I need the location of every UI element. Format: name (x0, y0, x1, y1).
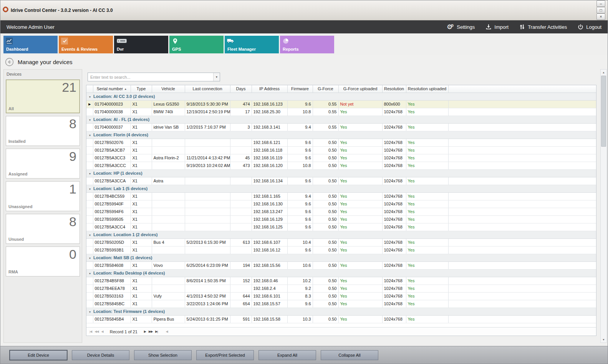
cell-resolution: 1024x768 (382, 238, 406, 246)
tab-events-reviews[interactable]: Events & Reviews (59, 36, 113, 53)
device-filter-all[interactable]: 21All (6, 79, 80, 113)
device-row[interactable]: 00127B50205DX1Bus 45/2/2013 6:15:30 PM61… (86, 238, 596, 246)
edit-device-button[interactable]: Edit Device (10, 350, 67, 360)
cell-resolution: 1024x768 (382, 139, 406, 146)
device-filter-assigned[interactable]: 9Assigned (6, 149, 80, 179)
group-row[interactable]: ▾Location: AI CC 3.0 (2 devices) (86, 93, 596, 100)
group-row[interactable]: ▾Location: Location 1 (2 devices) (86, 231, 596, 238)
topbar-action-settings[interactable]: ⚙⚙Settings (447, 24, 475, 30)
collapse-group-icon[interactable]: ▾ (89, 134, 91, 137)
collapse-group-icon[interactable]: ▾ (89, 256, 91, 260)
device-row[interactable]: 017040000038X1BMW 740i12/19/2014 2:50:19… (86, 108, 596, 116)
column-header-g-force[interactable]: G-Force (313, 85, 338, 93)
group-row[interactable]: ▾Location: Matt SB (1 devices) (86, 254, 596, 261)
filler-cell (448, 123, 596, 131)
tab-gps[interactable]: GPS (169, 36, 224, 53)
column-header-firmware[interactable]: Firmware (287, 85, 313, 93)
collapse-group-icon[interactable]: ▾ (89, 310, 91, 314)
device-row[interactable]: 00127B502076X1192.168.6.1219.60.50Yes102… (86, 139, 596, 146)
device-row[interactable]: 00127B503163X1Vufy4/1/2013 4:50:32 PM644… (86, 292, 596, 300)
topbar-action-transfer-activities[interactable]: Transfer Activities (519, 24, 567, 30)
device-row[interactable]: 00127B4B5F88X18/6/2014 1:50:35 PM152192.… (86, 277, 596, 285)
group-row[interactable]: ▾Location: Lab 1 (5 devices) (86, 185, 596, 192)
group-row[interactable]: ▾Location: Test Firmware (1 devices) (86, 308, 596, 315)
device-row[interactable]: 00127B5A3CCCX19/19/2013 10:24:02 AM47319… (86, 162, 596, 169)
scrollbar-thumb[interactable] (601, 76, 606, 147)
device-filter-installed[interactable]: 8Installed (6, 116, 80, 146)
device-row[interactable]: 00127B5993B1X1192.168.16.129.60.50Yes102… (86, 246, 596, 254)
prev-page-button[interactable]: ◀◀ (94, 330, 98, 333)
cell-g-force-uploaded: Yes (338, 208, 382, 215)
prev-view-button[interactable]: ◀ (166, 330, 168, 333)
search-combobox[interactable]: ▼ (88, 73, 220, 81)
scroll-up-arrow-icon[interactable]: ▲ (602, 69, 605, 75)
collapse-group-icon[interactable]: ▾ (89, 118, 91, 122)
collapse-group-icon[interactable]: ▾ (89, 272, 91, 275)
device-row[interactable]: 00127B5845B4X1Pipera Bus5/24/2013 6:31:2… (86, 315, 596, 323)
collapse-group-icon[interactable]: ▾ (89, 187, 91, 191)
collapse-group-icon[interactable]: ▾ (89, 95, 91, 99)
device-row[interactable]: 00127B5994F6X1192.168.13.2479.60.50Yes10… (86, 208, 596, 215)
cell-vehicle: Astra (152, 177, 185, 185)
cell-vehicle (152, 192, 185, 200)
group-row[interactable]: ▾Location: Radu Desktop (4 devices) (86, 269, 596, 277)
device-row[interactable]: 00127B599505X1192.168.16.1299.60.50Yes10… (86, 215, 596, 223)
collapse-all-button[interactable]: Collapse All (321, 350, 378, 360)
filler-cell (448, 208, 596, 215)
column-header-resolution-uploaded[interactable]: Resolution uploaded (406, 85, 448, 93)
show-selection-button[interactable]: Show Selection (134, 350, 192, 360)
collapse-group-icon[interactable]: ▾ (89, 233, 91, 237)
window-close-button[interactable]: × (596, 13, 605, 20)
device-row[interactable]: 00127B4BC559X1192.168.1.1659.40.50Yes102… (86, 192, 596, 200)
search-input[interactable] (88, 73, 213, 81)
tab-reports[interactable]: Reports (280, 36, 334, 53)
export-print-selected-button[interactable]: Export/Print Selected (196, 350, 254, 360)
column-header-days[interactable]: Days (230, 85, 252, 93)
scroll-down-arrow-icon[interactable]: ▼ (602, 337, 605, 342)
window-minimize-button[interactable]: – (596, 0, 605, 7)
device-row[interactable]: 017040000037X1idrive Van SB1/2/2015 7:16… (86, 123, 596, 131)
device-row[interactable]: 00127B4EEA78X1192.168.2.49.20.50Yes1024x… (86, 285, 596, 292)
device-row[interactable]: ▶017040000023X1Lexus GS3509/18/2013 5:30… (86, 100, 596, 108)
column-header-last-connection[interactable]: Last connection (185, 85, 230, 93)
prev-record-button[interactable]: ◀ (101, 330, 103, 333)
search-dropdown-arrow-icon[interactable]: ▼ (213, 73, 220, 81)
device-row[interactable]: 00127B5A3CC4X1192.168.16.1259.60.50Yes10… (86, 223, 596, 231)
device-filter-rma[interactable]: 0RMA (6, 247, 80, 276)
tab-fleet-manager[interactable]: Fleet Manager (225, 36, 279, 53)
cell-g-force-uploaded: Yes (338, 139, 382, 146)
next-page-button[interactable]: ▶▶ (149, 330, 152, 333)
group-row[interactable]: ▾Location: AI - FL (1 devices) (86, 116, 596, 123)
group-row[interactable]: ▾Location: HP (1 devices) (86, 169, 596, 177)
tab-dvr[interactable]: Dvr (114, 36, 168, 53)
column-header-vehicle[interactable]: Vehicle (152, 85, 185, 93)
device-row[interactable]: 00127B584608X1Vovo6/25/2014 6:23:09 PM19… (86, 261, 596, 269)
welcome-text: Welcome Admin User (7, 24, 55, 30)
next-record-button[interactable]: ▶ (144, 330, 146, 333)
topbar-action-logout[interactable]: Logout (578, 24, 601, 30)
cell-resolution: 1024x768 (382, 292, 406, 300)
column-header-g-force-uploaded[interactable]: G-Force uploaded (338, 85, 382, 93)
column-header-type[interactable]: Type (131, 85, 152, 93)
column-header-serial-number[interactable]: Serial number▲ (93, 85, 131, 93)
expand-all-button[interactable]: Expand All (258, 350, 316, 360)
column-header-ip-address[interactable]: IP Address (252, 85, 287, 93)
back-button[interactable] (5, 58, 14, 66)
last-record-button[interactable]: ▶| (155, 330, 157, 333)
device-filter-unassigned[interactable]: 1Unassigned (6, 181, 80, 211)
device-details-button[interactable]: Device Details (72, 350, 129, 360)
column-header-resolution[interactable]: Resolution (382, 85, 406, 93)
device-filter-unused[interactable]: 8Unused (6, 214, 80, 244)
device-row[interactable]: 00127B5A3CCAX1Astra192.168.16.1349.60.50… (86, 177, 596, 185)
collapse-group-icon[interactable]: ▾ (89, 172, 91, 175)
tab-dashboard[interactable]: Dashboard (3, 36, 58, 53)
topbar-action-import[interactable]: Import (485, 24, 509, 30)
device-row[interactable]: 00127B5845BCX13/22/2013 1:24:06 PM654192… (86, 300, 596, 308)
first-record-button[interactable]: |◀ (89, 330, 92, 333)
group-row[interactable]: ▾Location: Florin (4 devices) (86, 131, 596, 139)
window-maximize-button[interactable]: □ (596, 7, 605, 13)
vertical-scrollbar[interactable]: ▲ ▼ (600, 69, 607, 343)
device-row[interactable]: 00127B5A3CB7X1192.168.16.1189.60.50Yes10… (86, 146, 596, 154)
device-row[interactable]: 00127B5A3CC3X1Astra Florin-211/21/2014 4… (86, 154, 596, 162)
device-row[interactable]: 00127B59940FX1192.168.16.1309.60.50Yes10… (86, 200, 596, 208)
